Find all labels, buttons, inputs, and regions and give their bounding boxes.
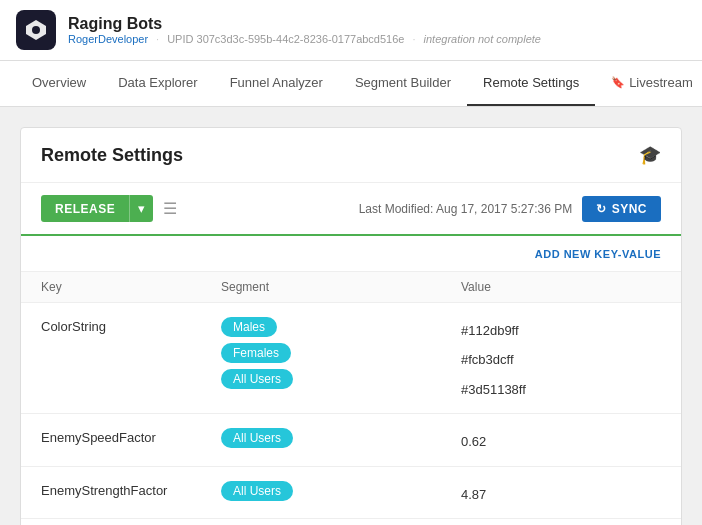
app-meta: RogerDeveloper · UPID 307c3d3c-595b-44c2… xyxy=(68,33,541,45)
toolbar-right: Last Modified: Aug 17, 2017 5:27:36 PM ↻… xyxy=(359,196,661,222)
svg-point-1 xyxy=(32,26,40,34)
table-row: SpawnRateFactor All Users 1.7 xyxy=(21,519,681,525)
table-row: ColorString Males Females All Users #112… xyxy=(21,303,681,414)
segment-cell: All Users xyxy=(221,479,461,501)
value-item: #fcb3dcff xyxy=(461,348,661,371)
last-modified-label: Last Modified: Aug 17, 2017 5:27:36 PM xyxy=(359,202,572,216)
release-button[interactable]: RELEASE xyxy=(41,195,129,222)
segment-badge-all-users[interactable]: All Users xyxy=(221,369,293,389)
tab-segment-builder[interactable]: Segment Builder xyxy=(339,61,467,106)
app-info: Raging Bots RogerDeveloper · UPID 307c3d… xyxy=(68,15,541,45)
value-item: #112db9ff xyxy=(461,319,661,342)
page-content: Remote Settings 🎓 RELEASE ▾ ☰ Last Modif… xyxy=(0,107,702,525)
table-header: Key Segment Value xyxy=(21,272,681,303)
app-header: Raging Bots RogerDeveloper · UPID 307c3d… xyxy=(0,0,702,61)
release-dropdown-button[interactable]: ▾ xyxy=(129,195,153,222)
value-cell: 0.62 xyxy=(461,426,661,453)
help-icon[interactable]: 🎓 xyxy=(639,144,661,166)
tab-livestream[interactable]: 🔖 Livestream xyxy=(595,61,702,106)
toolbar: RELEASE ▾ ☰ Last Modified: Aug 17, 2017 … xyxy=(21,183,681,236)
chevron-down-icon: ▾ xyxy=(138,201,145,216)
remote-settings-panel: Remote Settings 🎓 RELEASE ▾ ☰ Last Modif… xyxy=(20,127,682,525)
app-title: Raging Bots xyxy=(68,15,541,33)
upid-label: UPID 307c3d3c-595b-44c2-8236-0177abcd516… xyxy=(167,33,404,45)
panel-header: Remote Settings 🎓 xyxy=(21,128,681,183)
value-item: 0.62 xyxy=(461,430,661,453)
tab-overview[interactable]: Overview xyxy=(16,61,102,106)
panel-title: Remote Settings xyxy=(41,145,183,166)
sync-icon: ↻ xyxy=(596,202,607,216)
sync-button[interactable]: ↻ SYNC xyxy=(582,196,661,222)
integration-status: integration not complete xyxy=(424,33,541,45)
nav-tabs: Overview Data Explorer Funnel Analyzer S… xyxy=(0,61,702,107)
value-cell: #112db9ff #fcb3dcff #3d51138ff xyxy=(461,315,661,401)
release-btn-group: RELEASE ▾ xyxy=(41,195,153,222)
add-new-key-value-button[interactable]: ADD NEW KEY-VALUE xyxy=(535,248,661,260)
value-item: 4.87 xyxy=(461,483,661,506)
value-item: #3d51138ff xyxy=(461,378,661,401)
key-cell: ColorString xyxy=(41,315,221,334)
tab-remote-settings[interactable]: Remote Settings xyxy=(467,61,595,106)
segment-badge-all-users[interactable]: All Users xyxy=(221,428,293,448)
tab-data-explorer[interactable]: Data Explorer xyxy=(102,61,213,106)
col-header-key: Key xyxy=(41,280,221,294)
key-cell: EnemySpeedFactor xyxy=(41,426,221,445)
key-cell: EnemyStrengthFactor xyxy=(41,479,221,498)
developer-link[interactable]: RogerDeveloper xyxy=(68,33,148,45)
col-header-segment: Segment xyxy=(221,280,461,294)
col-header-value: Value xyxy=(461,280,661,294)
segment-badge-males[interactable]: Males xyxy=(221,317,277,337)
segment-cell: Males Females All Users xyxy=(221,315,461,389)
config-icon[interactable]: ☰ xyxy=(163,199,177,218)
app-icon xyxy=(16,10,56,50)
tab-funnel-analyzer[interactable]: Funnel Analyzer xyxy=(214,61,339,106)
segment-badge-females[interactable]: Females xyxy=(221,343,291,363)
segment-badge-all-users[interactable]: All Users xyxy=(221,481,293,501)
value-cell: 4.87 xyxy=(461,479,661,506)
livestream-bookmark-icon: 🔖 xyxy=(611,76,625,89)
toolbar-left: RELEASE ▾ ☰ xyxy=(41,195,177,222)
segment-cell: All Users xyxy=(221,426,461,448)
table-row: EnemySpeedFactor All Users 0.62 xyxy=(21,414,681,466)
table-row: EnemyStrengthFactor All Users 4.87 xyxy=(21,467,681,519)
add-new-row: ADD NEW KEY-VALUE xyxy=(21,236,681,272)
